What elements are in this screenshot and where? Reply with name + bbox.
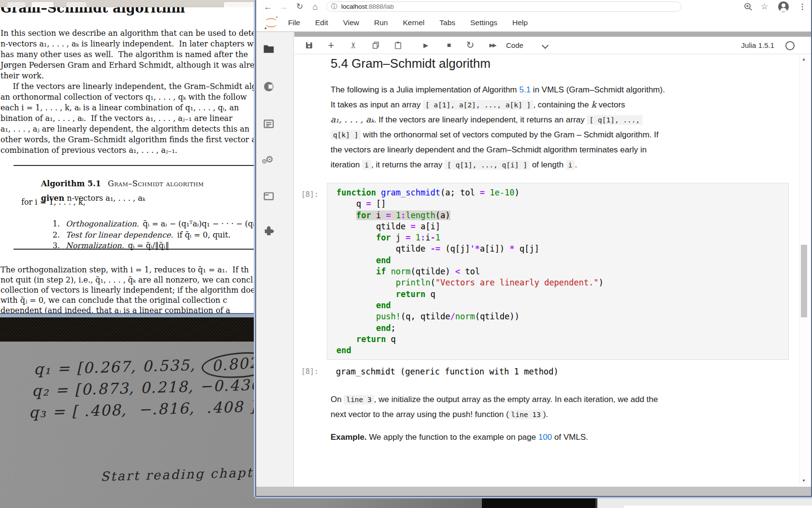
notebook-toolbar: + ✂ ▶ ■ ↻ ▶▶ Code Julia 1.5.1: [294, 37, 811, 54]
text-span: .: [575, 160, 577, 169]
text-span: [376, 188, 381, 197]
restart-kernel-button[interactable]: ↻: [464, 37, 477, 54]
menu-item[interactable]: Edit: [315, 18, 328, 27]
text-span: k: [591, 100, 596, 109]
pdf-text-line: their work.: [0, 71, 256, 81]
text-span: [336, 300, 376, 310]
extension-manager-icon[interactable]: [262, 225, 276, 239]
text-span: [ q[1], ...,: [587, 115, 642, 125]
text-line: The following is a Julia implementation …: [331, 82, 665, 97]
text-line: next vector to the array using the push!…: [331, 407, 658, 422]
scrollbar-thumb[interactable]: [801, 245, 807, 317]
forward-icon[interactable]: →: [277, 0, 289, 13]
paste-cells-button[interactable]: [391, 37, 405, 54]
notebook-panel: + ✂ ▶ ■ ↻ ▶▶ Code Julia 1.5.1: [294, 32, 811, 496]
pdf-section-heading: Gram–Schmidt algorithm: [0, 7, 185, 15]
text-span: =: [386, 210, 391, 220]
menu-item[interactable]: View: [343, 18, 359, 27]
text-span: qtilde: [336, 222, 411, 231]
window-tab[interactable]: [66, 1, 87, 7]
home-icon[interactable]: ⌂: [309, 0, 321, 13]
text-line: qtilde -= (q[j]'*a[i]) * q[j]: [336, 243, 604, 254]
notebook-scrollbar[interactable]: ▲ ▼: [799, 55, 808, 485]
scroll-down-icon[interactable]: ▼: [800, 478, 808, 483]
cell-output: gram_schmidt (generic function with 1 me…: [336, 367, 559, 376]
run-cell-button[interactable]: ▶: [419, 37, 433, 54]
jupyterlab-shell: ⚙ ⚙ + ✂: [256, 32, 811, 496]
text-span: Example.: [331, 433, 367, 442]
cut-cells-button[interactable]: ✂: [347, 37, 360, 54]
text-line: iteration i, it returns the array [ q[1]…: [331, 157, 665, 172]
text-span: *: [509, 244, 514, 254]
text-span: =: [366, 199, 371, 209]
window-tab[interactable]: [7, 1, 26, 7]
text-span: for: [356, 210, 371, 220]
jupyterlab-sidebar: ⚙ ⚙: [256, 32, 294, 496]
open-tabs-icon[interactable]: [262, 190, 276, 203]
address-bar[interactable]: ⓘ localhost:8888/lab: [326, 1, 682, 12]
background-window: [595, 497, 812, 508]
back-icon[interactable]: ←: [262, 0, 274, 13]
inline-link[interactable]: 5.1: [519, 85, 531, 94]
text-span: ): [515, 188, 520, 197]
kernel-status-icon[interactable]: [785, 41, 795, 50]
text-span: On: [331, 395, 344, 404]
file-browser-icon[interactable]: [262, 43, 276, 56]
window-tab[interactable]: [31, 1, 54, 7]
scroll-up-icon[interactable]: ▲: [800, 57, 808, 61]
text-span: i: [566, 160, 575, 170]
site-info-icon[interactable]: ⓘ: [331, 2, 337, 11]
zoom-page-icon[interactable]: [743, 2, 753, 12]
menu-item[interactable]: Tabs: [439, 18, 455, 27]
browser-menu-icon[interactable]: ⋮: [798, 0, 806, 14]
save-button[interactable]: [302, 37, 316, 54]
text-span: 1: [416, 233, 420, 242]
algorithm-box-bottom-rule: [14, 249, 256, 250]
chevron-down-icon[interactable]: [542, 42, 549, 49]
kernel-name[interactable]: Julia 1.5.1: [741, 37, 774, 54]
command-palette-icon[interactable]: [262, 118, 276, 131]
interrupt-kernel-button[interactable]: ■: [442, 37, 456, 54]
text-line: println("Vectors are linearly dependent.…: [336, 277, 604, 288]
menu-item[interactable]: File: [288, 18, 300, 27]
pdf-text-line: In this section we describe an algorithm…: [0, 28, 256, 39]
browser-window: ← → ↻ ⌂ ⓘ localhost:8888/lab ☆ ⋮: [255, 0, 812, 497]
menu-item[interactable]: Help: [512, 18, 528, 27]
text-span: return: [396, 289, 425, 299]
text-span: in VMLS (Gram–Schmidt algorithm).: [531, 85, 665, 94]
algorithm-box-top-rule: [14, 165, 256, 166]
pdf-text-line: a₁, . . . , aⱼ are linearly dependent, t…: [0, 124, 256, 134]
property-inspector-icon[interactable]: ⚙ ⚙: [262, 154, 276, 167]
text-line: push!(q, qtilde/norm(qtilde)): [336, 311, 604, 322]
copy-cells-button[interactable]: [369, 37, 382, 54]
text-line: q = []: [336, 198, 604, 209]
text-line: function gram_schmidt(a; tol = 1e-10): [336, 187, 604, 198]
pdf-page: Gram–Schmidt algorithm In this section w…: [0, 7, 256, 314]
text-span: [336, 334, 356, 344]
text-span: of VMLS.: [552, 433, 588, 442]
inline-link[interactable]: 100: [538, 433, 552, 442]
pdf-text-line: Jørgen Pedersen Gram and Erhard Schmidt,…: [0, 60, 256, 71]
text-span: println: [396, 278, 431, 287]
profile-avatar[interactable]: [778, 1, 789, 12]
menu-item[interactable]: Kernel: [403, 18, 424, 27]
text-span: [336, 278, 396, 287]
restart-and-run-all-button[interactable]: ▶▶: [486, 37, 499, 54]
text-span: =: [406, 233, 410, 242]
menu-item[interactable]: Settings: [470, 18, 497, 27]
running-kernels-icon[interactable]: [262, 80, 276, 94]
text-span: , containing the: [533, 100, 591, 109]
window-tab[interactable]: [223, 1, 257, 7]
reload-icon[interactable]: ↻: [294, 0, 305, 13]
add-cell-button[interactable]: +: [324, 37, 338, 54]
code-editor[interactable]: function gram_schmidt(a; tol = 1e-10) q …: [336, 187, 604, 356]
text-span: <: [455, 267, 460, 276]
cell-type-dropdown[interactable]: Code: [506, 37, 523, 54]
pdf-text-line: not quit (in step 2), i.e., q̃₁, . . . ,…: [0, 275, 255, 285]
pdf-text-line: other words, the Gram–Schmidt algorithm …: [0, 134, 256, 145]
text-span: [ q[1], ..., q[i] ]: [445, 160, 530, 170]
bookmark-star-icon[interactable]: ☆: [761, 0, 768, 14]
output-prompt: [8]:: [301, 367, 319, 376]
menu-item[interactable]: Run: [374, 18, 388, 27]
text-span: q[k] ]: [331, 130, 361, 140]
